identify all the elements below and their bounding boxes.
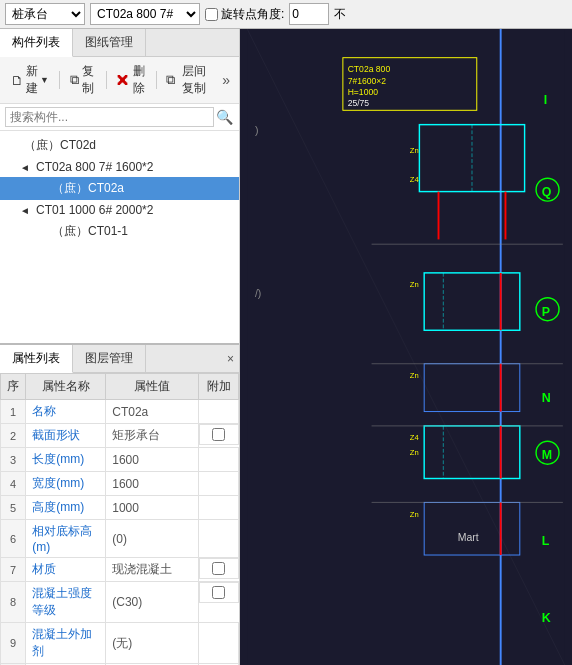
extra-label: 不 — [334, 6, 346, 23]
tree-arrow — [36, 226, 48, 237]
cad-svg: ) /) I Q P N M L K CT02a 800 7#1600×2 H=… — [240, 29, 572, 665]
svg-text:Mart: Mart — [458, 531, 479, 543]
floor-copy-button[interactable]: ⧉ 层间复制 — [160, 60, 216, 100]
svg-text:Zn: Zn — [410, 371, 419, 380]
prop-num: 7 — [1, 558, 26, 582]
tree-arrow — [36, 183, 48, 194]
svg-text:/): /) — [255, 287, 261, 299]
prop-extra — [199, 520, 239, 558]
properties-tabs-row: 属性列表 图层管理 × — [0, 345, 239, 373]
prop-checkbox[interactable] — [212, 562, 225, 575]
prop-extra — [199, 558, 239, 579]
table-row[interactable]: 7材质现浇混凝土 — [1, 558, 239, 582]
tab-drawing-management[interactable]: 图纸管理 — [73, 29, 146, 56]
tab-component-list[interactable]: 构件列表 — [0, 29, 73, 57]
prop-name[interactable]: 宽度(mm) — [26, 472, 106, 496]
properties-table-container: 序 属性名称 属性值 附加 1名称CT02a2截面形状矩形承台3长度(mm)16… — [0, 373, 239, 665]
table-row[interactable]: 8混凝土强度等级(C30) — [1, 582, 239, 623]
prop-num: 2 — [1, 424, 26, 448]
prop-name[interactable]: 名称 — [26, 400, 106, 424]
tree-item-label: CT01 1000 6# 2000*2 — [36, 203, 153, 217]
prop-num: 4 — [1, 472, 26, 496]
prop-checkbox[interactable] — [212, 428, 225, 441]
svg-text:7#1600×2: 7#1600×2 — [348, 76, 387, 86]
copy-icon: ⧉ — [70, 72, 79, 88]
search-row: 🔍 — [0, 104, 239, 131]
tree-item-label: （庶）CT02d — [24, 137, 96, 154]
tree-item-label: （庶）CT02a — [52, 180, 124, 197]
table-row[interactable]: 2截面形状矩形承台 — [1, 424, 239, 448]
search-input[interactable] — [5, 107, 214, 127]
svg-text:): ) — [255, 124, 259, 136]
angle-input[interactable] — [289, 3, 329, 25]
component-select[interactable]: CT02a 800 7# — [90, 3, 200, 25]
prop-value[interactable]: CT02a — [106, 400, 199, 424]
copy-button[interactable]: ⧉ 复制 — [64, 60, 102, 100]
prop-name[interactable]: 截面形状 — [26, 424, 106, 448]
col-value-header: 属性值 — [106, 374, 199, 400]
rotate-label: 旋转点角度: — [221, 6, 284, 23]
prop-value[interactable]: (0) — [106, 520, 199, 558]
table-row[interactable]: 3长度(mm)1600 — [1, 448, 239, 472]
prop-extra — [199, 400, 239, 424]
prop-extra — [199, 448, 239, 472]
prop-value[interactable]: 矩形承台 — [106, 424, 199, 448]
table-row[interactable]: 9混凝土外加剂(无) — [1, 623, 239, 664]
table-row[interactable]: 6相对底标高(m)(0) — [1, 520, 239, 558]
prop-value[interactable]: (无) — [106, 623, 199, 664]
tab-layer-management[interactable]: 图层管理 — [73, 345, 146, 372]
tree-list: （庶）CT02d ◄ CT02a 800 7# 1600*2 （庶）CT02a … — [0, 131, 239, 343]
prop-name[interactable]: 长度(mm) — [26, 448, 106, 472]
more-button[interactable]: » — [218, 70, 234, 90]
delete-button[interactable]: 🗙 删除 — [110, 60, 151, 100]
prop-value[interactable]: (C30) — [106, 582, 199, 623]
list-item-selected[interactable]: （庶）CT02a — [0, 177, 239, 200]
list-item[interactable]: ◄ CT01 1000 6# 2000*2 — [0, 200, 239, 220]
component-toolbar: 🗋 新建 ▼ ⧉ 复制 🗙 删除 ⧉ 层间复制 — [0, 57, 239, 104]
list-item[interactable]: （庶）CT01-1 — [0, 220, 239, 243]
prop-name[interactable]: 混凝土外加剂 — [26, 623, 106, 664]
svg-text:Zn: Zn — [410, 280, 419, 289]
prop-checkbox[interactable] — [212, 586, 225, 599]
table-row[interactable]: 1名称CT02a — [1, 400, 239, 424]
tab-properties-list[interactable]: 属性列表 — [0, 345, 73, 373]
new-button[interactable]: 🗋 新建 ▼ — [5, 60, 55, 100]
search-icon[interactable]: 🔍 — [214, 107, 234, 127]
prop-value[interactable]: 现浇混凝土 — [106, 558, 199, 582]
table-row[interactable]: 4宽度(mm)1600 — [1, 472, 239, 496]
svg-text:K: K — [542, 611, 551, 625]
separator-1 — [59, 71, 60, 89]
svg-text:N: N — [542, 391, 551, 405]
tree-item-label: （庶）CT01-1 — [52, 223, 128, 240]
component-tabs-row: 构件列表 图纸管理 — [0, 29, 239, 57]
list-item[interactable]: ◄ CT02a 800 7# 1600*2 — [0, 157, 239, 177]
delete-icon: 🗙 — [116, 73, 129, 88]
list-item[interactable]: （庶）CT02d — [0, 134, 239, 157]
close-button[interactable]: × — [222, 350, 239, 368]
prop-name[interactable]: 混凝土强度等级 — [26, 582, 106, 623]
col-num-header: 序 — [1, 374, 26, 400]
main-area: 构件列表 图纸管理 🗋 新建 ▼ ⧉ 复制 🗙 删除 — [0, 29, 572, 665]
floor-copy-icon: ⧉ — [166, 72, 175, 88]
prop-name[interactable]: 材质 — [26, 558, 106, 582]
tree-arrow: ◄ — [20, 162, 32, 173]
prop-num: 6 — [1, 520, 26, 558]
category-select[interactable]: 桩承台 — [5, 3, 85, 25]
prop-value[interactable]: 1000 — [106, 496, 199, 520]
prop-name[interactable]: 高度(mm) — [26, 496, 106, 520]
prop-value[interactable]: 1600 — [106, 472, 199, 496]
svg-text:M: M — [542, 448, 552, 462]
cad-canvas[interactable]: ) /) I Q P N M L K CT02a 800 7#1600×2 H=… — [240, 29, 572, 665]
table-row[interactable]: 5高度(mm)1000 — [1, 496, 239, 520]
prop-num: 8 — [1, 582, 26, 623]
top-toolbar: 桩承台 CT02a 800 7# 旋转点角度: 不 — [0, 0, 572, 29]
properties-table: 序 属性名称 属性值 附加 1名称CT02a2截面形状矩形承台3长度(mm)16… — [0, 373, 239, 665]
prop-extra — [199, 582, 239, 603]
svg-text:Z4: Z4 — [410, 433, 420, 442]
prop-name[interactable]: 相对底标高(m) — [26, 520, 106, 558]
rotate-checkbox[interactable] — [205, 8, 218, 21]
prop-num: 1 — [1, 400, 26, 424]
floor-copy-label: 层间复制 — [177, 63, 210, 97]
svg-text:L: L — [542, 534, 550, 548]
prop-value[interactable]: 1600 — [106, 448, 199, 472]
